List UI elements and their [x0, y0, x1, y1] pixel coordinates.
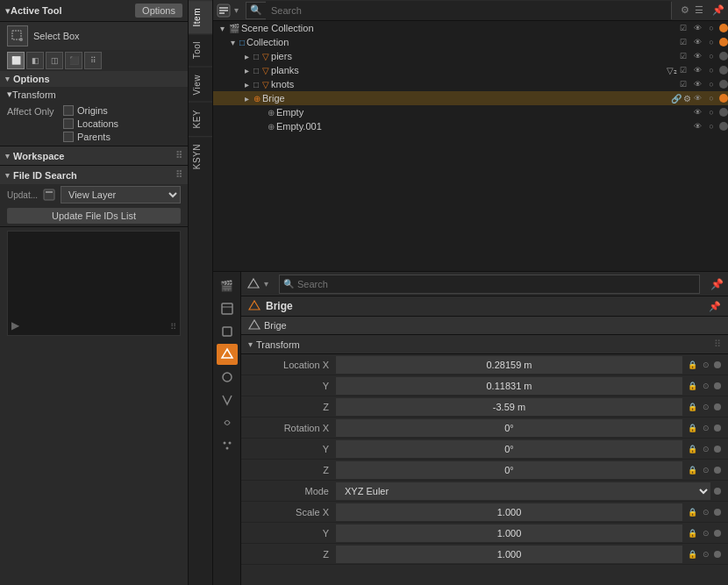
location-z-driver[interactable]: ⊙ [700, 401, 712, 413]
fileid-header[interactable]: ▾ File ID Search ⠿ [0, 166, 188, 184]
outliner-item-empty001[interactable]: ⊕ Empty.001 👁 ○ [213, 119, 728, 133]
scale-y-value[interactable] [336, 524, 682, 542]
rotation-x-lock[interactable]: 🔒 [686, 422, 698, 434]
options-header[interactable]: ▾ Options [0, 71, 188, 87]
outliner-item-empty[interactable]: ⊕ Empty 👁 ○ [213, 105, 728, 119]
piers-eye[interactable]: 👁 [691, 50, 703, 62]
outliner-item-planks[interactable]: ▸ □ ▽ planks ▽₂ ☑ 👁 ○ [213, 63, 728, 77]
outliner-display-icon[interactable]: ☰ [693, 4, 705, 17]
location-z-lock[interactable]: 🔒 [686, 401, 698, 413]
transform-header[interactable]: ▾ Transform [0, 87, 188, 102]
scale-x-lock[interactable]: 🔒 [686, 506, 698, 518]
knots-restrict[interactable]: ○ [705, 78, 717, 90]
workspace-header[interactable]: ▾ Workspace ⠿ [0, 146, 188, 165]
props-icon-renderlayer[interactable] [217, 298, 238, 319]
scale-z-value[interactable] [336, 546, 682, 563]
outliner-item-brige[interactable]: ▸ ⊕ Brige 🔗 ⚙ 👁 ○ [213, 91, 728, 105]
empty-eye[interactable]: 👁 [691, 106, 703, 118]
scale-x-value[interactable] [336, 503, 682, 521]
props-icon-material[interactable] [217, 367, 238, 388]
vtab-key[interactable]: KEY [189, 102, 212, 136]
vtab-tool[interactable]: Tool [189, 33, 212, 66]
location-y-value[interactable] [336, 377, 682, 395]
empty001-eye[interactable]: 👁 [691, 120, 703, 132]
props-search-input[interactable] [297, 279, 699, 289]
props-icon-object[interactable] [217, 321, 238, 342]
outliner-item-knots[interactable]: ▸ □ ▽ knots ☑ 👁 ○ [213, 77, 728, 91]
rotation-x-driver[interactable]: ⊙ [700, 422, 712, 434]
vtab-item[interactable]: Item [189, 0, 212, 33]
mode-select[interactable]: XYZ Euler [336, 482, 710, 500]
rotation-z-lock[interactable]: 🔒 [686, 464, 698, 476]
origins-checkbox[interactable] [63, 105, 74, 116]
parents-checkbox[interactable] [63, 132, 74, 142]
collection-row[interactable]: ▾ □ Collection ☑ 👁 ○ [213, 35, 728, 49]
empty-restrict[interactable]: ○ [705, 106, 717, 118]
outliner-filter-icon[interactable]: ⚙ [679, 4, 691, 17]
scene-collection-row[interactable]: ▾ 🎬 Scene Collection ☑ 👁 ○ [213, 21, 728, 35]
svg-marker-16 [249, 301, 260, 310]
props-icon-particles[interactable] [217, 435, 238, 456]
scale-y-lock[interactable]: 🔒 [686, 527, 698, 539]
props-icon-scene[interactable]: 🎬 [217, 275, 238, 296]
tool-icon-2[interactable]: ◫ [46, 52, 63, 69]
title-pin-icon[interactable]: 📌 [709, 301, 721, 312]
props-icon-constraints[interactable] [217, 412, 238, 433]
vis-icon-1[interactable]: ☑ [677, 22, 689, 34]
scale-z-lock[interactable]: 🔒 [686, 548, 698, 560]
view-layer-select[interactable]: View Layer [61, 186, 181, 203]
knots-eye[interactable]: 👁 [691, 78, 703, 90]
eye-icon-1[interactable]: 👁 [691, 22, 703, 34]
restrict-icon-1[interactable]: ○ [705, 22, 717, 34]
planks-vis[interactable]: ☑ [677, 64, 689, 76]
piers-vis[interactable]: ☑ [677, 50, 689, 62]
options-button[interactable]: Options [135, 4, 182, 18]
vtab-ksyn[interactable]: KSYN [189, 136, 212, 176]
rotation-z-value[interactable] [336, 461, 682, 479]
eye-icon-2[interactable]: 👁 [691, 36, 703, 48]
piers-restrict[interactable]: ○ [705, 50, 717, 62]
location-z-value[interactable] [336, 398, 682, 416]
locations-checkbox[interactable] [63, 118, 74, 129]
location-y-lock[interactable]: 🔒 [686, 380, 698, 392]
outliner-pin-icon[interactable]: 📌 [712, 4, 724, 17]
props-icon-modifier[interactable] [217, 389, 238, 410]
options-arrow: ▾ [5, 75, 10, 83]
scale-y-driver[interactable]: ⊙ [700, 527, 712, 539]
rotation-y-value[interactable] [336, 440, 682, 458]
outliner-mode-icon[interactable] [217, 4, 231, 18]
empty001-restrict[interactable]: ○ [705, 120, 717, 132]
props-mode-icon[interactable] [246, 277, 261, 291]
rotation-y-lock[interactable]: 🔒 [686, 443, 698, 455]
planks-eye[interactable]: 👁 [691, 64, 703, 76]
location-x-lock[interactable]: 🔒 [686, 359, 698, 371]
location-y-dot [714, 382, 721, 389]
vis-icon-2[interactable]: ☑ [677, 36, 689, 48]
update-file-ids-button[interactable]: Update File IDs List [7, 208, 181, 224]
rotation-y-driver[interactable]: ⊙ [700, 443, 712, 455]
play-button[interactable]: ▶ [11, 319, 19, 332]
tool-icon-3[interactable]: ⬛ [65, 52, 82, 69]
transform-section-header[interactable]: ▾ Transform ⠿ [241, 335, 728, 354]
scale-z-driver[interactable]: ⊙ [700, 548, 712, 560]
brige-restrict[interactable]: ○ [705, 92, 717, 104]
outliner-search-input[interactable] [266, 1, 671, 20]
vtab-view[interactable]: View [189, 67, 212, 103]
props-icon-objectdata[interactable] [217, 344, 238, 365]
rotation-x-value[interactable] [336, 419, 682, 437]
knots-vis[interactable]: ☑ [677, 78, 689, 90]
outliner-item-piers[interactable]: ▸ □ ▽ piers ☑ 👁 ○ [213, 49, 728, 63]
location-x-value[interactable] [336, 356, 682, 374]
tool-icon-4[interactable]: ⠿ [84, 52, 102, 69]
location-x-driver[interactable]: ⊙ [700, 359, 712, 371]
tool-icon-1[interactable]: ◧ [26, 52, 44, 69]
props-pin-icon[interactable]: 📌 [710, 278, 723, 290]
restrict-icon-2[interactable]: ○ [705, 36, 717, 48]
prop-row-mode: Mode XYZ Euler [241, 481, 728, 502]
tool-icon-0[interactable]: ⬜ [7, 52, 25, 69]
brige-eye[interactable]: 👁 [691, 92, 703, 104]
planks-restrict[interactable]: ○ [705, 64, 717, 76]
rotation-z-driver[interactable]: ⊙ [700, 464, 712, 476]
scale-x-driver[interactable]: ⊙ [700, 506, 712, 518]
location-y-driver[interactable]: ⊙ [700, 380, 712, 392]
